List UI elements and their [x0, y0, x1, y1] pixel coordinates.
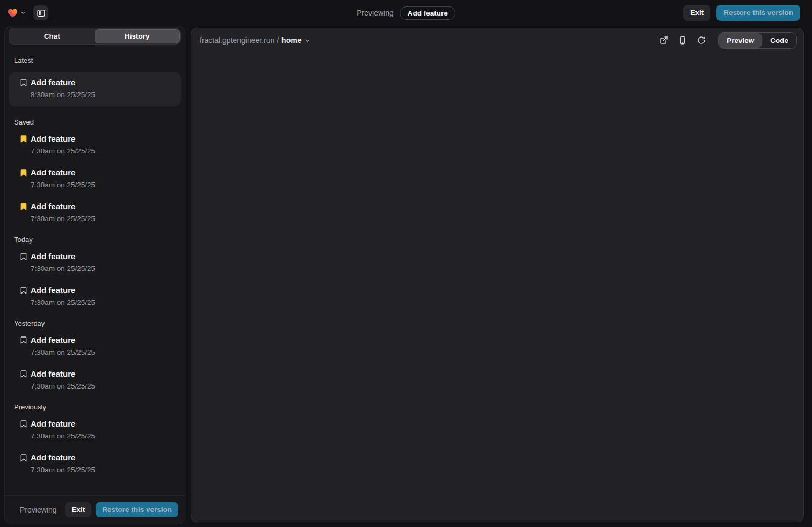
section-header-previously: Previously — [14, 403, 176, 411]
history-version-item[interactable]: Add feature 7:30am on 25/25/25 — [19, 285, 179, 308]
version-title: Add feature — [31, 251, 75, 262]
bookmark-filled-icon — [19, 135, 28, 143]
footer-restore-version-button[interactable]: Restore this version — [96, 502, 178, 517]
bookmark-icon — [19, 78, 28, 87]
bookmark-icon — [19, 252, 28, 261]
version-title: Add feature — [31, 167, 75, 178]
preview-panel: fractal.gptengineer.run / home P — [191, 28, 804, 522]
history-version-item[interactable]: Add feature 7:30am on 25/25/25 — [19, 167, 179, 190]
section-header-yesterday: Yesterday — [14, 319, 176, 327]
version-title: Add feature — [31, 285, 75, 296]
history-version-item[interactable]: Add feature 7:30am on 25/25/25 — [19, 335, 179, 357]
section-header-saved: Saved — [14, 118, 176, 126]
footer-exit-button[interactable]: Exit — [65, 502, 91, 517]
history-version-item[interactable]: Add feature 7:30am on 25/25/25 — [19, 452, 179, 475]
history-sidebar: Chat History Latest Add feature 8:30am o… — [4, 26, 185, 524]
version-timestamp: 7:30am on 25/25/25 — [31, 382, 179, 391]
bookmark-icon — [19, 420, 28, 428]
version-title: Add feature — [31, 369, 75, 379]
version-timestamp: 8:30am on 25/25/25 — [31, 90, 175, 100]
section-header-today: Today — [14, 236, 176, 244]
version-title: Add feature — [31, 134, 75, 144]
version-title: Add feature — [31, 335, 75, 346]
version-title: Add feature — [31, 77, 75, 88]
refresh-button[interactable] — [694, 33, 709, 48]
refresh-icon — [697, 36, 706, 45]
version-timestamp: 7:30am on 25/25/25 — [31, 465, 179, 475]
tab-chat[interactable]: Chat — [10, 29, 95, 43]
lovable-heart-logo-icon — [6, 8, 19, 19]
open-in-new-tab-button[interactable] — [656, 33, 671, 48]
version-title: Add feature — [31, 452, 75, 463]
preview-header: fractal.gptengineer.run / home P — [191, 28, 803, 52]
history-version-item[interactable]: Add feature 7:30am on 25/25/25 — [19, 201, 179, 224]
preview-actions: Preview Code — [656, 32, 797, 49]
smartphone-icon — [678, 36, 687, 45]
restore-version-button[interactable]: Restore this version — [716, 5, 800, 21]
bookmark-icon — [19, 336, 28, 345]
history-version-item[interactable]: Add feature 7:30am on 25/25/25 — [19, 251, 179, 274]
version-timestamp: 7:30am on 25/25/25 — [31, 348, 179, 357]
app-menu-button[interactable] — [6, 8, 26, 19]
tab-preview[interactable]: Preview — [719, 33, 762, 48]
topbar: Previewing Add feature Exit Restore this… — [0, 0, 812, 26]
bookmark-filled-icon — [19, 202, 28, 211]
topbar-actions: Exit Restore this version — [683, 5, 800, 21]
version-title: Add feature — [31, 201, 75, 212]
preview-code-toggle: Preview Code — [718, 32, 797, 49]
tab-code[interactable]: Code — [762, 33, 796, 48]
version-timestamp: 7:30am on 25/25/25 — [31, 431, 179, 441]
history-version-item[interactable]: Add feature 7:30am on 25/25/25 — [19, 369, 179, 391]
external-link-icon — [659, 36, 668, 45]
url-selector[interactable]: fractal.gptengineer.run / home — [200, 36, 311, 45]
tab-history[interactable]: History — [95, 29, 180, 43]
version-title: Add feature — [31, 419, 75, 429]
section-header-latest: Latest — [14, 56, 176, 64]
bookmark-icon — [19, 370, 28, 378]
chevron-down-icon — [304, 37, 311, 44]
chevron-down-icon — [20, 10, 26, 16]
version-timestamp: 7:30am on 25/25/25 — [31, 180, 179, 190]
preview-viewport[interactable] — [191, 52, 803, 522]
bookmark-icon — [19, 286, 28, 295]
bookmark-filled-icon — [19, 169, 28, 177]
history-version-item[interactable]: Add feature 8:30am on 25/25/25 — [19, 77, 175, 100]
version-chip[interactable]: Add feature — [400, 6, 455, 20]
topbar-version-info: Previewing Add feature — [357, 0, 455, 26]
url-prefix: fractal.gptengineer.run / — [200, 36, 279, 45]
version-timestamp: 7:30am on 25/25/25 — [31, 298, 179, 308]
toggle-sidebar-button[interactable] — [33, 5, 48, 20]
history-version-item[interactable]: Add feature 7:30am on 25/25/25 — [19, 134, 179, 156]
version-timestamp: 7:30am on 25/25/25 — [31, 147, 179, 156]
latest-version-card[interactable]: Add feature 8:30am on 25/25/25 — [9, 72, 181, 106]
sidebar-footer: Previewing Exit Restore this version — [5, 495, 185, 524]
bookmark-icon — [19, 453, 28, 462]
version-timestamp: 7:30am on 25/25/25 — [31, 214, 179, 224]
version-timestamp: 7:30am on 25/25/25 — [31, 264, 179, 274]
previewing-label: Previewing — [357, 9, 393, 17]
history-list[interactable]: Latest Add feature 8:30am on 25/25/25 Sa… — [5, 45, 185, 495]
sidebar-tabs: Chat History — [9, 28, 181, 45]
logo-cluster — [6, 5, 48, 20]
exit-button[interactable]: Exit — [683, 5, 711, 21]
mobile-view-button[interactable] — [675, 33, 690, 48]
url-page: home — [281, 36, 301, 45]
panel-left-icon — [37, 9, 46, 18]
footer-previewing-label: Previewing — [20, 506, 56, 514]
history-version-item[interactable]: Add feature 7:30am on 25/25/25 — [19, 419, 179, 441]
